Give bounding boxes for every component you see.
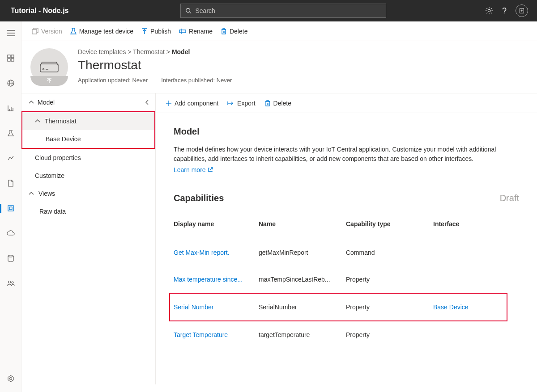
cell-name: maxTempSinceLastReb... [259, 276, 346, 283]
manage-label: Manage test device [79, 28, 133, 35]
cell-name: SerialNumber [259, 303, 346, 311]
svg-marker-26 [8, 375, 13, 382]
breadcrumb-device-templates[interactable]: Device templates [78, 48, 126, 55]
draft-badge: Draft [500, 193, 519, 203]
table-row[interactable]: Get Max-Min report.getMaxMinReportComman… [174, 239, 519, 266]
chevron-left-icon[interactable] [145, 100, 149, 105]
add-component-button[interactable]: Add component [166, 100, 218, 107]
table-row[interactable]: Target TemperaturetargetTemperaturePrope… [174, 321, 519, 348]
cell-interface[interactable]: Base Device [433, 303, 478, 311]
tree-base-device-label: Base Device [46, 135, 81, 143]
add-component-label: Add component [175, 100, 218, 107]
export-label: Export [237, 100, 255, 107]
delete-button[interactable]: Delete [221, 28, 247, 35]
learn-more-label: Learn more [174, 166, 206, 173]
model-section-title: Model [174, 126, 519, 137]
col-display-name: Display name [174, 220, 259, 228]
dashboard-icon[interactable] [0, 51, 21, 65]
topbar: Tutorial - Node.js Search ? [0, 0, 537, 21]
gear-icon[interactable] [485, 7, 493, 15]
svg-rect-10 [11, 55, 14, 58]
breadcrumb-current: Model [172, 48, 190, 55]
svg-rect-33 [40, 64, 58, 72]
tree-root-label: Model [38, 99, 55, 106]
svg-rect-9 [8, 55, 10, 58]
tree-item-customize[interactable]: Customize [21, 167, 155, 185]
chart-icon[interactable] [0, 101, 21, 115]
svg-rect-28 [32, 30, 37, 34]
tree-cloud-label: Cloud properties [35, 154, 81, 161]
cell-name: targetTemperature [259, 331, 346, 338]
external-link-icon [208, 167, 213, 173]
panel-delete-button[interactable]: Delete [264, 100, 291, 107]
chevron-up-icon [35, 119, 40, 123]
hamburger-icon[interactable] [0, 26, 21, 40]
tree-thermostat-label: Thermostat [45, 118, 77, 125]
svg-point-27 [9, 378, 12, 380]
admin-gear-icon[interactable] [0, 371, 21, 386]
search-input[interactable]: Search [180, 4, 386, 18]
storage-icon[interactable] [0, 251, 21, 266]
svg-point-25 [12, 282, 13, 283]
cloud-icon[interactable] [0, 226, 21, 240]
svg-point-34 [43, 69, 44, 70]
manage-test-device-button[interactable]: Manage test device [70, 28, 133, 35]
version-label: Version [41, 28, 62, 35]
version-icon [31, 28, 38, 35]
publish-button[interactable]: Publish [141, 28, 171, 35]
table-row[interactable]: Max temperature since...maxTempSinceLast… [174, 266, 519, 293]
cell-name: getMaxMinReport [259, 249, 346, 256]
app-title: Tutorial - Node.js [4, 7, 68, 15]
tree-root-model[interactable]: Model [21, 93, 155, 111]
svg-line-1 [190, 12, 192, 14]
chevron-up-icon [29, 192, 34, 195]
tree-item-raw-data[interactable]: Raw data [21, 202, 155, 220]
account-avatar[interactable] [516, 4, 528, 17]
device-templates-icon[interactable] [0, 201, 21, 215]
help-icon[interactable]: ? [502, 6, 507, 16]
chevron-up-icon [29, 101, 34, 104]
users-icon[interactable] [0, 276, 21, 291]
version-button[interactable]: Version [31, 28, 62, 35]
file-icon[interactable] [0, 176, 21, 190]
rename-label: Rename [189, 28, 213, 35]
svg-rect-12 [11, 59, 14, 61]
upload-icon[interactable] [46, 78, 52, 84]
cell-type: Property [346, 331, 433, 338]
device-icon [39, 60, 59, 74]
svg-point-0 [186, 8, 190, 13]
publish-icon [141, 28, 148, 34]
device-avatar [30, 48, 68, 86]
cell-display-name[interactable]: Get Max-Min report. [174, 249, 259, 256]
search-icon [185, 8, 192, 14]
cell-display-name[interactable]: Target Temperature [174, 331, 259, 338]
flask-icon[interactable] [0, 126, 21, 140]
tree-customize-label: Customize [35, 172, 64, 179]
cell-display-name[interactable]: Max temperature since... [174, 276, 259, 283]
cell-display-name[interactable]: Serial Number [174, 303, 259, 311]
analytics-icon[interactable] [0, 151, 21, 165]
tree-item-base-device[interactable]: Base Device [22, 130, 154, 148]
rename-button[interactable]: Rename [179, 28, 213, 35]
tree-item-views[interactable]: Views [21, 185, 155, 202]
cell-type: Command [346, 249, 433, 256]
content-area: Model The model defines how your device … [156, 113, 537, 384]
tree-raw-label: Raw data [39, 208, 66, 215]
learn-more-link[interactable]: Learn more [174, 166, 213, 173]
export-button[interactable]: Export [227, 100, 255, 107]
cell-interface [433, 249, 478, 256]
svg-point-24 [8, 281, 10, 283]
capabilities-title: Capabilities [174, 193, 224, 203]
tree-item-thermostat[interactable]: Thermostat [22, 112, 154, 130]
left-nav-rail [0, 21, 21, 392]
rename-icon [179, 28, 186, 34]
trash-icon [221, 28, 227, 35]
tree-item-cloud-properties[interactable]: Cloud properties [21, 149, 155, 167]
capabilities-table: Display name Name Capability type Interf… [174, 214, 519, 348]
breadcrumb: Device templates > Thermostat > Model [78, 48, 232, 55]
table-row[interactable]: Serial NumberSerialNumberPropertyBase De… [169, 293, 507, 321]
breadcrumb-thermostat[interactable]: Thermostat [133, 48, 165, 55]
trash-icon [264, 100, 271, 107]
globe-icon[interactable] [0, 76, 21, 90]
cell-interface [433, 276, 478, 283]
